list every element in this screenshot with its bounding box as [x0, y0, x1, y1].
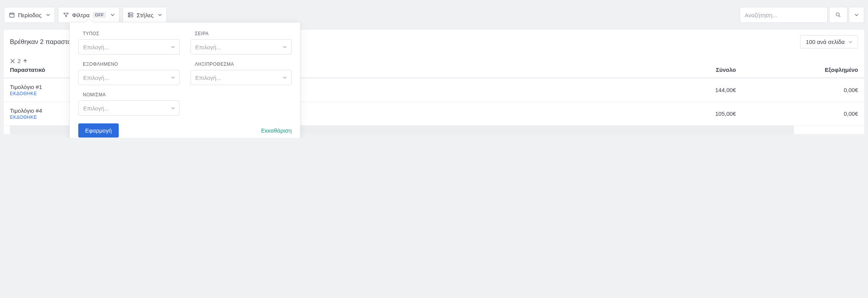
- caret-down-icon: [283, 76, 287, 79]
- columns-icon: [127, 12, 134, 18]
- doc-paid: 0,00€: [751, 87, 858, 93]
- select-placeholder: Επιλογή...: [83, 44, 109, 50]
- columns-button[interactable]: Στήλες: [123, 7, 167, 23]
- filter-paid-select[interactable]: Επιλογή...: [78, 70, 180, 85]
- caret-down-icon: [46, 13, 50, 17]
- filter-icon: [63, 12, 69, 18]
- selection-count: 2: [18, 58, 21, 64]
- clear-button[interactable]: Εκκαθάριση: [261, 127, 292, 134]
- caret-down-icon: [171, 76, 175, 79]
- svg-point-3: [129, 13, 129, 14]
- close-icon[interactable]: [10, 58, 15, 64]
- caret-down-icon: [158, 13, 162, 17]
- more-button[interactable]: [849, 7, 864, 23]
- filter-type-select[interactable]: Επιλογή...: [78, 39, 180, 55]
- caret-down-icon: [171, 106, 175, 110]
- filter-series-select[interactable]: Επιλογή...: [190, 39, 292, 55]
- filters-label: Φίλτρα: [72, 12, 90, 18]
- results-card: Βρέθηκαν 2 παραστατικά 100 ανά σελίδα 2: [4, 30, 864, 134]
- filters-badge: OFF: [93, 12, 106, 18]
- caret-down-icon: [855, 13, 858, 17]
- per-page-select[interactable]: 100 ανά σελίδα: [800, 35, 858, 49]
- period-button[interactable]: Περίοδος: [4, 7, 55, 23]
- select-placeholder: Επιλογή...: [195, 74, 221, 81]
- period-label: Περίοδος: [18, 12, 42, 18]
- filter-paid-label: ΕΞΟΦΛΗΜΕΝΟ: [78, 62, 180, 67]
- search-input[interactable]: [740, 7, 828, 23]
- filter-currency-label: ΝΟΜΙΣΜΑ: [78, 92, 180, 97]
- select-placeholder: Επιλογή...: [83, 74, 109, 81]
- filter-overdue-select[interactable]: Επιλογή...: [190, 70, 292, 85]
- calendar-icon: [9, 12, 15, 18]
- filter-type-label: ΤΥΠΟΣ: [78, 31, 180, 36]
- search-button[interactable]: [829, 7, 847, 23]
- svg-point-4: [129, 16, 129, 16]
- column-paid-label[interactable]: Εξοφλημένο: [751, 66, 858, 73]
- caret-down-icon: [283, 45, 287, 49]
- svg-point-5: [836, 13, 839, 16]
- svg-rect-0: [10, 13, 14, 17]
- apply-button[interactable]: Εφαρμογή: [78, 123, 119, 138]
- per-page-label: 100 ανά σελίδα: [806, 39, 845, 45]
- columns-label: Στήλες: [137, 12, 153, 18]
- select-placeholder: Επιλογή...: [195, 44, 221, 50]
- toolbar: Περίοδος Φίλτρα OFF Στήλες: [4, 7, 864, 23]
- search-icon: [835, 12, 841, 18]
- arrow-up-icon[interactable]: [23, 59, 27, 63]
- filters-popover: ΤΥΠΟΣ Επιλογή... ΣΕΙΡΑ Επιλογή... ΕΞΟΦΛΗ…: [69, 22, 300, 138]
- filter-series-label: ΣΕΙΡΑ: [190, 31, 292, 36]
- doc-paid: 0,00€: [751, 110, 858, 117]
- caret-down-icon: [111, 13, 115, 17]
- select-placeholder: Επιλογή...: [83, 105, 109, 112]
- caret-down-icon: [849, 40, 852, 44]
- filter-currency-select[interactable]: Επιλογή...: [78, 100, 180, 116]
- filter-overdue-label: ΛΗΞΙΠΡΟΘΕΣΜΑ: [190, 62, 292, 67]
- caret-down-icon: [171, 45, 175, 49]
